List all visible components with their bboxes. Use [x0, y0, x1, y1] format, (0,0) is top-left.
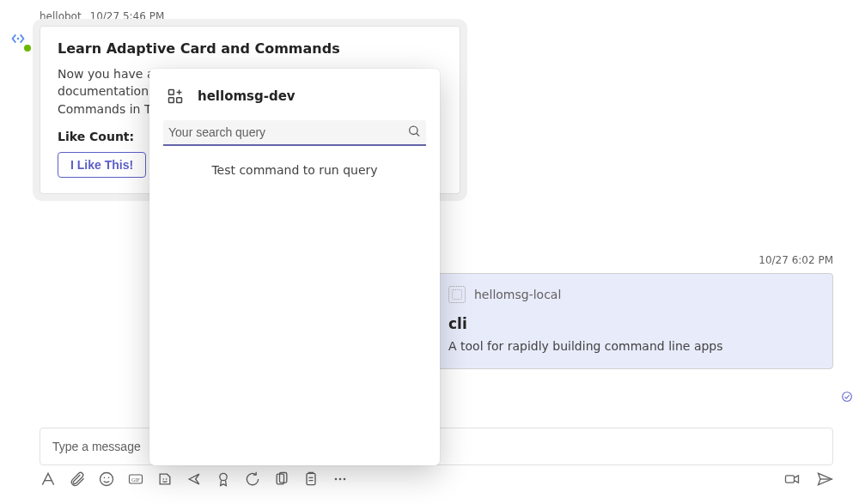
send-icon[interactable]: [816, 471, 833, 488]
like-count-label: Like Count:: [58, 130, 134, 143]
app-attribution-name: hellomsg-local: [474, 288, 561, 301]
svg-rect-18: [169, 90, 174, 95]
popup-header: hellomsg-dev: [160, 84, 430, 120]
svg-point-13: [335, 478, 338, 481]
outgoing-message-card: hellomsg-local cli A tool for rapidly bu…: [434, 273, 833, 369]
app-store-icon: [165, 86, 186, 106]
popup-app-name: hellomsg-dev: [198, 88, 295, 104]
gif-icon[interactable]: GIF: [127, 471, 144, 488]
svg-point-7: [163, 478, 165, 480]
svg-line-22: [417, 133, 419, 136]
svg-rect-12: [307, 473, 315, 484]
format-icon[interactable]: [40, 471, 57, 488]
attach-icon[interactable]: [69, 471, 86, 488]
card-title: Learn Adaptive Card and Commands: [58, 40, 442, 57]
bot-message-header: hellobot 10/27 5:46 PM: [40, 10, 164, 22]
svg-point-14: [339, 478, 342, 481]
svg-text:GIF: GIF: [131, 477, 140, 483]
svg-point-0: [17, 38, 20, 40]
compose-toolbar: GIF: [40, 471, 833, 488]
app-action-1-icon[interactable]: [273, 471, 290, 488]
popup-search-field[interactable]: [163, 120, 426, 146]
svg-rect-16: [786, 476, 795, 483]
app-attribution-row: hellomsg-local: [448, 286, 819, 303]
svg-point-9: [220, 473, 227, 480]
svg-point-8: [166, 478, 168, 480]
preview-description: A tool for rapidly building command line…: [448, 339, 819, 353]
svg-point-15: [344, 478, 346, 481]
svg-point-2: [101, 473, 113, 486]
svg-point-3: [104, 477, 106, 479]
presence-available-icon: [22, 43, 33, 53]
search-icon[interactable]: [407, 124, 421, 141]
svg-point-1: [843, 392, 852, 402]
app-action-2-icon[interactable]: [302, 471, 320, 488]
video-clip-icon[interactable]: [783, 471, 801, 488]
bot-message-timestamp: 10/27 5:46 PM: [90, 10, 165, 22]
like-button[interactable]: I Like This!: [58, 152, 146, 178]
read-receipt-icon: [840, 390, 854, 406]
bot-avatar: [5, 26, 31, 52]
svg-point-4: [108, 477, 110, 479]
svg-point-21: [410, 126, 417, 134]
schedule-send-icon[interactable]: [186, 471, 203, 488]
app-placeholder-icon: [448, 286, 466, 303]
loop-icon[interactable]: [244, 471, 261, 488]
emoji-icon[interactable]: [98, 471, 115, 488]
svg-rect-20: [177, 98, 182, 103]
svg-rect-19: [169, 98, 174, 103]
sticker-icon[interactable]: [156, 471, 174, 488]
praise-icon[interactable]: [215, 471, 232, 488]
preview-title: cli: [448, 315, 819, 332]
messaging-extension-popup: hellomsg-dev Test command to run query: [149, 69, 440, 465]
popup-hint-text: Test command to run query: [160, 163, 430, 177]
more-actions-icon[interactable]: [332, 471, 349, 488]
popup-search-input[interactable]: [168, 125, 400, 139]
outgoing-message-timestamp: 10/27 6:02 PM: [758, 254, 833, 266]
bot-name: hellobot: [40, 10, 82, 22]
